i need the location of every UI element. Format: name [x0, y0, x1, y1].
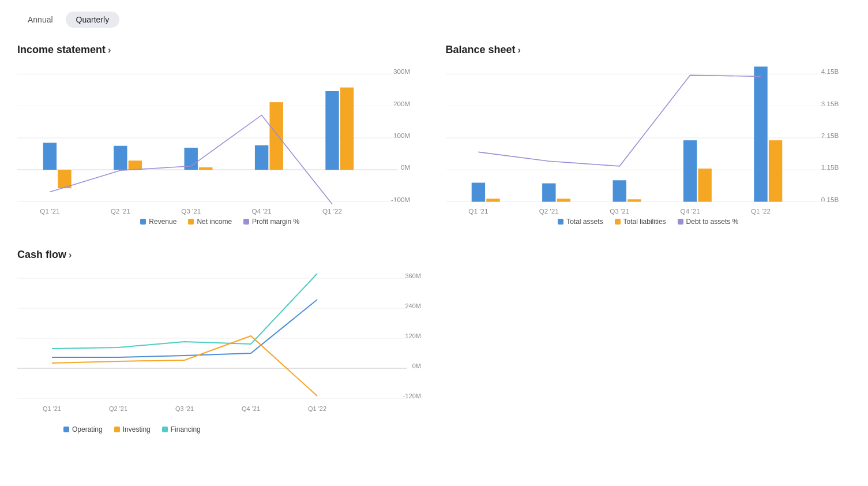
svg-text:Q1 '22: Q1 '22 [322, 207, 342, 215]
net-income-dot [188, 219, 194, 225]
svg-rect-17 [129, 160, 142, 170]
svg-text:Q1 '21: Q1 '21 [40, 207, 59, 215]
total-assets-dot [558, 219, 563, 225]
svg-rect-43 [627, 199, 641, 201]
svg-rect-15 [325, 91, 339, 170]
cash-flow-title[interactable]: Cash flow › [17, 249, 851, 261]
balance-sheet-svg: 4.15B 3.15B 2.15B 1.15B 0.15B [446, 63, 851, 210]
balance-sheet-chart: 4.15B 3.15B 2.15B 1.15B 0.15B [446, 63, 851, 212]
balance-sheet-chevron: › [518, 45, 521, 55]
svg-text:Q4 '21: Q4 '21 [680, 207, 700, 215]
financing-dot [162, 427, 168, 432]
investing-dot [114, 427, 120, 432]
legend-total-assets: Total assets [558, 218, 603, 226]
legend-debt-to-assets: Debt to assets % [678, 218, 739, 226]
svg-text:Q3 '21: Q3 '21 [610, 207, 629, 215]
income-statement-chevron: › [108, 45, 111, 55]
balance-sheet-section: Balance sheet › 4.15B 3.15B 2.15B 1.15B … [446, 44, 851, 226]
svg-text:Q1 '22: Q1 '22 [308, 405, 326, 412]
top-charts-row: Income statement › 300M 200M 100M 0M -10… [17, 44, 851, 226]
balance-sheet-legend: Total assets Total liabilities Debt to a… [446, 218, 851, 226]
svg-text:240M: 240M [405, 302, 421, 309]
legend-total-liabilities: Total liabilities [615, 218, 666, 226]
legend-investing: Investing [114, 425, 151, 433]
balance-sheet-label: Balance sheet [446, 44, 516, 56]
svg-text:Q3 '21: Q3 '21 [175, 405, 194, 412]
svg-text:360M: 360M [405, 272, 421, 279]
legend-operating: Operating [63, 425, 103, 433]
svg-rect-20 [340, 88, 354, 170]
svg-rect-38 [613, 180, 626, 201]
debt-to-assets-dot [678, 219, 683, 225]
svg-rect-41 [486, 199, 499, 201]
svg-rect-19 [269, 102, 283, 170]
operating-dot [63, 427, 69, 432]
svg-text:Q4 '21: Q4 '21 [242, 405, 260, 412]
svg-rect-39 [683, 140, 696, 201]
profit-margin-dot [243, 219, 249, 225]
quarterly-button[interactable]: Quarterly [66, 12, 120, 28]
cash-flow-svg: 360M 240M 120M 0M -120M Q1 '21 Q2 '21 Q [17, 268, 433, 418]
income-statement-title[interactable]: Income statement › [17, 44, 423, 56]
income-statement-legend: Revenue Net income Profit margin % [17, 218, 423, 226]
cash-flow-chart: 360M 240M 120M 0M -120M Q1 '21 Q2 '21 Q [17, 268, 433, 420]
svg-text:Q1 '21: Q1 '21 [43, 405, 61, 412]
period-toggle: Annual Quarterly [17, 12, 851, 28]
svg-text:120M: 120M [405, 332, 421, 339]
svg-rect-37 [542, 184, 555, 202]
svg-text:Q1 '21: Q1 '21 [468, 207, 488, 215]
legend-net-income: Net income [188, 218, 232, 226]
svg-rect-16 [58, 170, 71, 188]
svg-text:Q2 '21: Q2 '21 [109, 405, 127, 412]
total-liabilities-dot [615, 219, 621, 225]
revenue-dot [140, 219, 146, 225]
legend-profit-margin: Profit margin % [243, 218, 299, 226]
income-statement-section: Income statement › 300M 200M 100M 0M -10… [17, 44, 423, 226]
svg-rect-44 [698, 169, 711, 201]
cash-flow-section: Cash flow › 360M 240M 120M 0M -120M [17, 249, 851, 433]
svg-text:0M: 0M [401, 163, 410, 171]
svg-rect-14 [255, 145, 268, 170]
svg-text:0M: 0M [412, 362, 421, 369]
legend-financing: Financing [162, 425, 201, 433]
svg-rect-45 [768, 140, 781, 201]
svg-text:Q2 '21: Q2 '21 [111, 207, 130, 215]
svg-rect-42 [557, 199, 570, 201]
svg-text:Q1 '22: Q1 '22 [750, 207, 770, 215]
svg-rect-18 [199, 167, 212, 170]
balance-sheet-title[interactable]: Balance sheet › [446, 44, 851, 56]
cash-flow-label: Cash flow [17, 249, 66, 261]
svg-rect-36 [471, 183, 484, 202]
svg-text:Q2 '21: Q2 '21 [539, 207, 558, 215]
legend-revenue: Revenue [140, 218, 176, 226]
svg-rect-40 [754, 66, 767, 201]
svg-rect-12 [114, 146, 127, 170]
svg-text:Q4 '21: Q4 '21 [252, 207, 272, 215]
svg-text:Q3 '21: Q3 '21 [181, 207, 201, 215]
income-statement-label: Income statement [17, 44, 106, 56]
svg-rect-11 [43, 143, 57, 170]
annual-button[interactable]: Annual [17, 12, 63, 28]
income-statement-svg: 300M 200M 100M 0M -100M [17, 63, 423, 210]
cash-flow-chevron: › [69, 250, 72, 260]
cash-flow-legend: Operating Investing Financing [17, 425, 851, 433]
income-statement-chart: 300M 200M 100M 0M -100M [17, 63, 423, 212]
